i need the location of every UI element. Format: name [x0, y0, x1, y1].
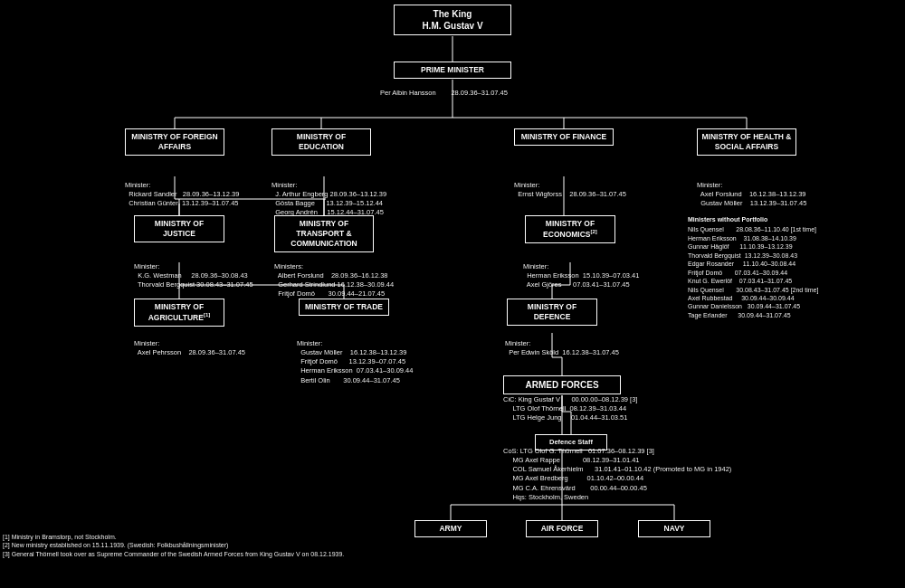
prime-minister-box: PRIME MINISTER: [394, 62, 511, 79]
navy-box: NAVY: [638, 520, 710, 537]
footnote-3: [3] General Thörnell took over as Suprem…: [3, 550, 344, 559]
ministry-foreign-info: Minister: Rickard Sandler 28.09.36–13.12…: [125, 181, 239, 208]
ministry-foreign-box: MINISTRY OF FOREIGN AFFAIRS: [125, 128, 224, 156]
ministry-defence-info: Minister: Per Edwin Sköld 16.12.38–31.07…: [505, 339, 619, 357]
armed-forces-box: ARMED FORCES: [503, 375, 621, 394]
org-chart: The King H.M. Gustav V PRIME MINISTER Pe…: [0, 0, 905, 561]
ministers-without-portfolio: Ministers without Portfolio Nils Quensel…: [688, 215, 900, 319]
armed-forces-info: CiC: King Gustaf V 00.00.00–08.12.39 [3]…: [503, 395, 637, 422]
footnotes-section: [1] Ministry in Bramstorp, not Stockholm…: [3, 533, 344, 559]
footnote-1: [1] Ministry in Bramstorp, not Stockholm…: [3, 533, 344, 542]
king-name: H.M. Gustav V: [422, 21, 482, 31]
ministry-education-box: MINISTRY OF EDUCATION: [272, 128, 371, 156]
foreign-minister-label: Minister:: [125, 181, 239, 190]
footnote-2: [2] New ministry established on 15.11.19…: [3, 541, 344, 550]
army-box: ARMY: [414, 520, 487, 537]
ministry-economics-box: MINISTRY OF ECONOMICS[2]: [525, 215, 615, 243]
ministry-economics-info: Minister: Herman Eriksson 15.10.39–07.03…: [523, 262, 639, 289]
ministry-agriculture-box: MINISTRY OF AGRICULTURE[1]: [134, 299, 224, 327]
ministry-trade-box: MINISTRY OF TRADE: [299, 299, 389, 316]
ministry-health-info: Minister: Axel Forslund 16.12.38–13.12.3…: [697, 181, 806, 208]
pm-title: PRIME MINISTER: [421, 65, 484, 74]
air-force-box: AIR FORCE: [526, 520, 598, 537]
king-box: The King H.M. Gustav V: [394, 5, 511, 35]
king-title: The King: [433, 9, 472, 19]
ministry-finance-info: Minister: Ernst Wigforss 28.09.36–31.07.…: [514, 181, 626, 199]
ministry-finance-box: MINISTRY OF FINANCE: [514, 128, 614, 146]
defence-staff-info: CoS: LTG Olof G. Thörnell 01.07.36–08.12…: [503, 447, 731, 502]
ministry-transport-info: Ministers: Albert Forslund 28.09.36–16.1…: [274, 262, 394, 299]
ministry-trade-info: Minister: Gustav Möller 16.12.38–13.12.3…: [297, 339, 413, 385]
pm-info: Per Albin Hansson 28.09.36–31.07.45: [380, 89, 508, 98]
ministry-transport-box: MINISTRY OF TRANSPORT & COMMUNICATION: [274, 215, 374, 252]
ministry-defence-box: MINISTRY OF DEFENCE: [507, 299, 597, 326]
ministry-justice-info: Minister: K.G. Westman 28.09.36–30.08.43…: [134, 262, 253, 289]
ministry-education-info: Minister: J. Arthur Engberg 28.09.36–13.…: [272, 181, 386, 218]
ministry-agriculture-info: Minister: Axel Pehrsson 28.09.36–31.07.4…: [134, 339, 245, 357]
ministry-justice-box: MINISTRY OF JUSTICE: [134, 215, 224, 242]
ministry-health-box: MINISTRY OF HEALTH & SOCIAL AFFAIRS: [697, 128, 796, 156]
